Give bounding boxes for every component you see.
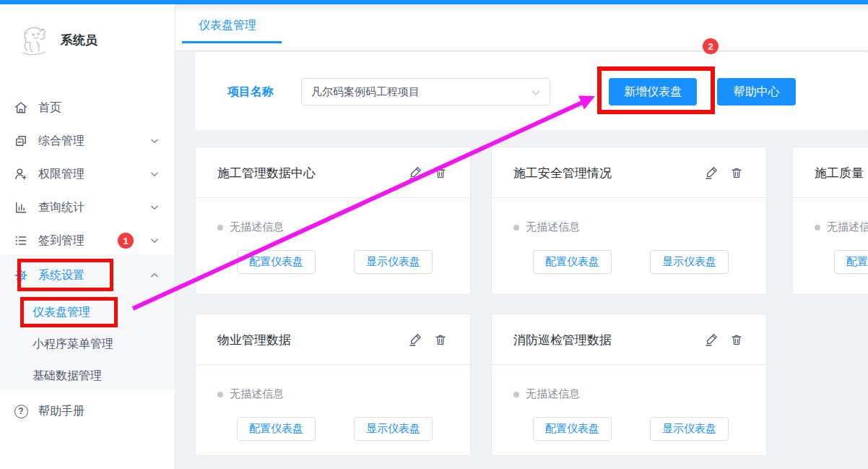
- home-icon: [13, 100, 29, 116]
- bar-chart-icon: [13, 199, 29, 215]
- card-title: 施工管理数据中心: [217, 165, 316, 181]
- configure-dashboard-button[interactable]: 配置仪表盘: [533, 250, 612, 274]
- list-icon: [13, 233, 29, 249]
- trash-icon[interactable]: [730, 333, 744, 347]
- notification-badge: 1: [118, 233, 134, 249]
- show-dashboard-button[interactable]: 显示仪表盘: [354, 417, 433, 441]
- bullet-dot-icon: [217, 225, 223, 231]
- sidebar-subitem-label: 小程序菜单管理: [32, 337, 113, 352]
- chevron-down-icon: [530, 87, 542, 98]
- dashboard-card: 物业管理数据 无描述信息 配置仪表盘 显示仪表盘: [195, 314, 471, 456]
- chevron-down-icon: [149, 136, 160, 146]
- annotation-step-badge: 2: [703, 38, 719, 54]
- top-accent-bar: [0, 0, 868, 4]
- dashboard-management-page: { "user": { "name": "系统员" }, "sidebar": …: [0, 0, 868, 469]
- card-header: 消防巡检管理数据: [492, 314, 766, 365]
- chevron-down-icon: [149, 202, 160, 212]
- filter-panel: 项目名称 凡尔码案例码工程项目 新增仪表盘 帮助中心: [195, 52, 868, 130]
- edit-icon[interactable]: [408, 166, 422, 180]
- avatar: [17, 23, 51, 56]
- user-name: 系统员: [61, 32, 97, 48]
- card-title: 施工质量: [815, 165, 864, 181]
- dashboard-card: 施工管理数据中心 无描述信息 配置仪表盘 显示仪表盘: [195, 147, 471, 295]
- annotation-box-dashboard-management: [20, 297, 118, 327]
- configure-dashboard-button[interactable]: 配置仪表盘: [237, 250, 316, 274]
- card-title: 施工安全管理情况: [513, 165, 612, 181]
- sidebar-subitem-label: 基础数据管理: [32, 369, 102, 384]
- configure-dashboard-button[interactable]: 配置仪表盘: [834, 250, 868, 274]
- trash-icon[interactable]: [730, 166, 744, 180]
- help-center-button[interactable]: 帮助中心: [717, 78, 796, 106]
- trash-icon[interactable]: [434, 333, 448, 347]
- add-user-icon: [13, 166, 29, 182]
- sidebar-item-query-statistics[interactable]: 查询统计: [0, 191, 175, 224]
- sidebar-item-checkin-management[interactable]: 签到管理 1: [0, 224, 175, 257]
- sidebar-item-label: 帮助手册: [38, 404, 84, 419]
- sidebar-subitem-miniprogram-menu-management[interactable]: 小程序菜单管理: [0, 328, 175, 360]
- project-select[interactable]: 凡尔码案例码工程项目: [301, 78, 550, 106]
- card-title: 物业管理数据: [217, 332, 291, 348]
- question-icon: ?: [13, 403, 29, 419]
- edit-icon[interactable]: [704, 333, 718, 347]
- project-name-label: 项目名称: [227, 85, 274, 100]
- user-block: 系统员: [17, 23, 97, 56]
- sidebar-item-label: 权限管理: [38, 167, 84, 182]
- card-description-row: 无描述信息: [513, 387, 580, 401]
- sidebar: 系统员 首页 综合管理: [0, 4, 175, 469]
- card-description: 无描述信息: [526, 220, 580, 234]
- sidebar-subitem-basic-data-management[interactable]: 基础数据管理: [0, 360, 175, 392]
- card-description-row: 无描述信息: [217, 387, 284, 401]
- card-description-row: 无描述信息: [513, 220, 580, 234]
- show-dashboard-button[interactable]: 显示仪表盘: [354, 250, 433, 274]
- card-description: 无描述信息: [230, 220, 284, 234]
- dashboard-card: 施工质量 无描述信 配置仪表盘 显示仪表盘: [792, 147, 868, 295]
- show-dashboard-button[interactable]: 显示仪表盘: [650, 250, 729, 274]
- edit-icon[interactable]: [408, 333, 422, 347]
- active-tab-underline: [182, 41, 282, 43]
- edit-icon[interactable]: [704, 166, 718, 180]
- configure-dashboard-button[interactable]: 配置仪表盘: [237, 417, 316, 441]
- card-title: 消防巡检管理数据: [513, 332, 612, 348]
- chevron-down-icon: [149, 169, 160, 179]
- bullet-dot-icon: [513, 225, 519, 231]
- copy-icon: [13, 133, 29, 149]
- annotation-box-system-settings: [17, 259, 113, 291]
- sidebar-item-help-manual[interactable]: ? 帮助手册: [0, 395, 175, 428]
- card-header: 物业管理数据: [196, 314, 470, 365]
- dashboard-card: 消防巡检管理数据 无描述信息 配置仪表盘 显示仪表盘: [491, 314, 767, 456]
- card-header: 施工安全管理情况: [492, 147, 766, 198]
- tab-dashboard-management[interactable]: 仪表盘管理: [199, 18, 256, 33]
- bullet-dot-icon: [217, 392, 223, 397]
- bullet-dot-icon: [815, 225, 820, 231]
- sidebar-item-label: 综合管理: [38, 134, 84, 149]
- dashboard-card: 施工安全管理情况 无描述信息 配置仪表盘 显示仪表盘: [491, 147, 767, 295]
- card-header: 施工质量: [793, 147, 868, 198]
- sidebar-item-label: 首页: [38, 100, 61, 116]
- annotation-box-add-dashboard: [597, 66, 715, 114]
- sidebar-item-general-management[interactable]: 综合管理: [0, 124, 175, 158]
- sidebar-item-label: 查询统计: [38, 200, 84, 215]
- project-select-value: 凡尔码案例码工程项目: [311, 85, 420, 99]
- tab-bar: 仪表盘管理: [175, 4, 868, 51]
- chevron-down-icon: [149, 236, 160, 246]
- show-dashboard-button[interactable]: 显示仪表盘: [650, 417, 729, 441]
- card-header: 施工管理数据中心: [196, 147, 470, 198]
- card-description-row: 无描述信息: [217, 220, 284, 234]
- card-description: 无描述信: [827, 220, 868, 234]
- configure-dashboard-button[interactable]: 配置仪表盘: [533, 417, 612, 441]
- trash-icon[interactable]: [434, 166, 448, 180]
- card-description-row: 无描述信: [815, 220, 868, 234]
- bullet-dot-icon: [513, 392, 519, 397]
- chevron-up-icon: [149, 270, 160, 280]
- sidebar-item-label: 签到管理: [38, 233, 84, 249]
- sidebar-item-permission-management[interactable]: 权限管理: [0, 158, 175, 191]
- card-description: 无描述信息: [526, 387, 580, 401]
- sidebar-item-home[interactable]: 首页: [0, 91, 175, 124]
- card-description: 无描述信息: [230, 387, 284, 401]
